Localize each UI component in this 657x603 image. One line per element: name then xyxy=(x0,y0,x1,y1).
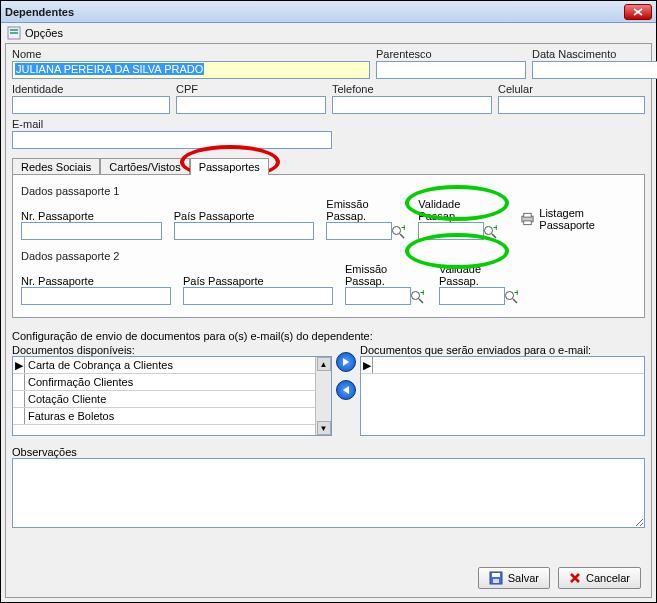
p2-emissao-input[interactable] xyxy=(345,287,411,305)
window-title: Dependentes xyxy=(5,6,74,18)
salvar-label: Salvar xyxy=(508,572,539,584)
label-email: E-mail xyxy=(12,118,332,130)
svg-rect-2 xyxy=(10,32,18,34)
svg-rect-23 xyxy=(493,579,499,583)
list-item: ▶Carta de Cobrança a Clientes xyxy=(13,357,331,374)
svg-point-15 xyxy=(412,292,420,300)
listagem-link[interactable]: Listagem Passaporte xyxy=(539,207,636,231)
content-panel: Nome JULIANA PEREIRA DA SILVA PRADO Pare… xyxy=(5,43,652,598)
nome-value: JULIANA PEREIRA DA SILVA PRADO xyxy=(15,63,204,75)
identidade-input[interactable] xyxy=(12,96,170,114)
svg-point-9 xyxy=(485,227,493,235)
p2-validade-input[interactable] xyxy=(439,287,505,305)
p1-validade-picker[interactable]: + xyxy=(482,224,498,240)
label-celular: Celular xyxy=(498,83,645,95)
svg-line-19 xyxy=(513,299,517,303)
p2-pais-input[interactable] xyxy=(183,287,333,305)
close-button[interactable] xyxy=(624,4,652,20)
scroll-down-icon[interactable]: ▼ xyxy=(317,421,331,435)
p1-pais-input[interactable] xyxy=(174,222,315,240)
svg-point-6 xyxy=(393,227,401,235)
tab-passaportes[interactable]: Passaportes xyxy=(190,158,269,175)
nome-input[interactable]: JULIANA PEREIRA DA SILVA PRADO xyxy=(12,61,370,79)
celular-input[interactable] xyxy=(498,96,645,114)
tab-redes-sociais[interactable]: Redes Sociais xyxy=(12,158,100,175)
svg-line-10 xyxy=(492,234,496,238)
disponiveis-list[interactable]: ▶Carta de Cobrança a Clientes Confirmaçã… xyxy=(12,356,332,436)
move-right-button[interactable] xyxy=(336,352,356,372)
enviados-list[interactable]: ▶ xyxy=(360,356,645,436)
svg-text:+: + xyxy=(420,290,424,298)
parentesco-input[interactable] xyxy=(376,61,526,79)
p1-pais-label: País Passaporte xyxy=(174,210,315,222)
group1-label: Dados passaporte 1 xyxy=(21,185,636,197)
datanasc-input[interactable] xyxy=(532,61,657,79)
close-icon xyxy=(633,8,643,16)
svg-text:+: + xyxy=(493,225,497,233)
titlebar: Dependentes xyxy=(1,1,656,23)
magnifier-icon: + xyxy=(410,290,424,304)
move-left-button[interactable] xyxy=(336,380,356,400)
p1-nr-input[interactable] xyxy=(21,222,162,240)
arrow-left-icon xyxy=(341,385,351,395)
telefone-input[interactable] xyxy=(332,96,492,114)
cancel-icon xyxy=(569,572,581,584)
p2-emissao-picker[interactable]: + xyxy=(409,289,425,305)
p1-emissao-label: Emissão Passap. xyxy=(326,198,406,222)
observ-label: Observações xyxy=(12,446,645,458)
cancelar-button[interactable]: Cancelar xyxy=(558,567,641,589)
svg-text:+: + xyxy=(514,290,518,298)
menu-opcoes[interactable]: Opções xyxy=(25,27,63,39)
scrollbar[interactable]: ▲ ▼ xyxy=(315,357,331,435)
label-parentesco: Parentesco xyxy=(376,48,526,60)
tabs: Redes Sociais Cartões/Vistos Passaportes xyxy=(12,157,645,174)
group2-label: Dados passaporte 2 xyxy=(21,250,636,262)
p2-pais-label: País Passaporte xyxy=(183,275,333,287)
label-cpf: CPF xyxy=(176,83,326,95)
svg-text:+: + xyxy=(401,225,405,233)
label-telefone: Telefone xyxy=(332,83,492,95)
magnifier-icon: + xyxy=(504,290,518,304)
p2-nr-label: Nr. Passaporte xyxy=(21,275,171,287)
enviados-label: Documentos que serão enviados para o e-m… xyxy=(360,344,645,356)
cancelar-label: Cancelar xyxy=(586,572,630,584)
cpf-input[interactable] xyxy=(176,96,326,114)
scroll-up-icon[interactable]: ▲ xyxy=(317,357,331,371)
tabpanel-passaportes: Dados passaporte 1 Nr. Passaporte País P… xyxy=(12,174,645,318)
save-icon xyxy=(489,571,503,585)
p1-emissao-input[interactable] xyxy=(326,222,392,240)
magnifier-icon: + xyxy=(483,225,497,239)
window-dependentes: Dependentes Opções Nome JULIANA PEREIRA … xyxy=(0,0,657,603)
svg-point-18 xyxy=(506,292,514,300)
svg-rect-14 xyxy=(524,221,531,225)
svg-line-16 xyxy=(419,299,423,303)
magnifier-icon: + xyxy=(391,225,405,239)
email-input[interactable] xyxy=(12,131,332,149)
p1-validade-input[interactable] xyxy=(418,222,484,240)
list-item: ▶ xyxy=(361,357,644,374)
arrow-right-icon xyxy=(341,357,351,367)
observ-input[interactable] xyxy=(12,458,645,528)
label-nome: Nome xyxy=(12,48,370,60)
salvar-button[interactable]: Salvar xyxy=(478,567,550,589)
list-item: Confirmação Clientes xyxy=(13,374,331,391)
menubar: Opções xyxy=(1,23,656,43)
label-identidade: Identidade xyxy=(12,83,170,95)
svg-rect-13 xyxy=(524,213,531,217)
p1-validade-label: Validade Passap. xyxy=(418,198,498,222)
p2-validade-label: Validade Passap. xyxy=(439,263,521,287)
list-item: Faturas e Boletos xyxy=(13,408,331,425)
printer-icon xyxy=(520,211,535,227)
p2-validade-picker[interactable]: + xyxy=(503,289,519,305)
p1-emissao-picker[interactable]: + xyxy=(390,224,406,240)
config-title: Configuração de envio de documentos para… xyxy=(12,330,645,342)
disponiveis-label: Documentos disponíveis: xyxy=(12,344,332,356)
svg-rect-22 xyxy=(492,573,500,577)
tab-cartoes-vistos[interactable]: Cartões/Vistos xyxy=(100,158,189,175)
p1-nr-label: Nr. Passaporte xyxy=(21,210,162,222)
list-item: Cotação Cliente xyxy=(13,391,331,408)
svg-rect-1 xyxy=(10,29,18,31)
p2-emissao-label: Emissão Passap. xyxy=(345,263,427,287)
svg-line-7 xyxy=(400,234,404,238)
p2-nr-input[interactable] xyxy=(21,287,171,305)
